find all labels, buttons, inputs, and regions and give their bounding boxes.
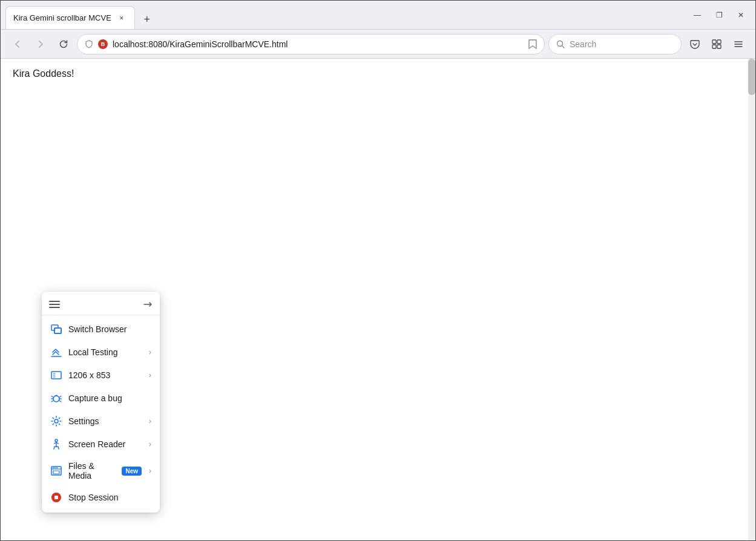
page-content: Kira Goddess! [1,59,755,89]
page-heading: Kira Goddess! [13,68,743,79]
svg-rect-5 [717,45,721,48]
svg-rect-10 [54,328,61,333]
svg-rect-3 [717,40,721,44]
proxy-indicator: B [98,39,108,49]
browser-tab[interactable]: Kira Gemini scrollbar MCVE × [5,6,135,29]
settings-chevron: › [149,417,151,425]
svg-line-19 [51,401,53,402]
title-bar: Kira Gemini scrollbar MCVE × + — ❐ ✕ [1,1,755,30]
menu-item-settings[interactable]: Settings › [42,410,160,433]
resolution-label: 1206 x 853 [68,370,143,380]
screen-reader-icon [50,438,62,450]
screen-reader-chevron: › [149,440,151,448]
svg-point-14 [53,396,59,402]
menu-item-local-testing[interactable]: Local Testing › [42,341,160,364]
menu-header [42,295,160,315]
maximize-button[interactable]: ❐ [709,5,729,25]
switch-browser-label: Switch Browser [68,324,151,334]
url-text: localhost:8080/KiraGeminiScrollbarMCVE.h… [113,39,524,49]
svg-line-15 [51,396,53,398]
search-placeholder: Search [570,39,596,49]
toolbar-icons [685,34,748,54]
svg-rect-13 [51,372,61,379]
reload-button[interactable] [54,34,73,54]
tab-strip: Kira Gemini scrollbar MCVE × + [5,1,688,29]
local-testing-label: Local Testing [68,347,143,357]
reload-icon [59,39,68,49]
switch-browser-icon [50,323,62,335]
collapse-icon [142,299,153,310]
files-media-label: Files & Media [68,461,116,480]
menu-item-capture-bug[interactable]: Capture a bug [42,387,160,410]
svg-rect-29 [54,496,58,499]
files-media-icon [50,465,62,477]
new-tab-button[interactable]: + [137,10,157,29]
capture-bug-label: Capture a bug [68,393,151,403]
svg-line-16 [59,396,61,398]
hamburger-line-1 [49,301,60,302]
bookmark-button[interactable] [528,39,537,49]
minimize-button[interactable]: — [688,5,707,25]
address-bar[interactable]: B localhost:8080/KiraGeminiScrollbarMCVE… [77,34,545,54]
svg-rect-27 [53,471,59,474]
local-testing-icon [50,346,62,358]
security-icon [85,40,93,48]
menu-button[interactable] [729,34,748,54]
hamburger-line-3 [49,307,60,308]
svg-point-22 [55,439,58,442]
menu-item-stop-session[interactable]: Stop Session [42,486,160,509]
window-controls: — ❐ ✕ [688,5,751,25]
resolution-icon [50,369,62,381]
resolution-chevron: › [149,371,151,379]
files-media-badge: New [122,467,142,476]
settings-icon [50,415,62,427]
settings-label: Settings [68,416,143,426]
back-button[interactable] [8,34,27,54]
nav-bar: B localhost:8080/KiraGeminiScrollbarMCVE… [1,30,755,59]
svg-line-20 [59,401,61,402]
svg-line-1 [562,45,565,48]
forward-icon [36,39,45,49]
files-media-chevron: › [149,467,151,475]
hamburger-line-2 [49,304,60,305]
browser-window: Kira Gemini scrollbar MCVE × + — ❐ ✕ B l… [0,0,756,541]
stop-session-icon [50,491,62,503]
menu-item-files-media[interactable]: Files & Media New › [42,456,160,486]
menu-item-screen-reader[interactable]: Screen Reader › [42,433,160,456]
menu-item-resolution[interactable]: 1206 x 853 › [42,364,160,387]
tab-close-button[interactable]: × [116,13,127,24]
search-bar[interactable]: Search [548,34,682,54]
search-icon [556,40,565,48]
pocket-button[interactable] [685,34,705,54]
svg-point-21 [54,419,58,423]
scrollbar[interactable] [748,59,755,540]
containers-button[interactable] [707,34,726,54]
browser-content: Kira Goddess! [1,59,755,540]
capture-bug-icon [50,392,62,404]
scrollbar-thumb[interactable] [748,59,755,95]
forward-button[interactable] [31,34,50,54]
menu-hamburger-icon[interactable] [49,301,60,308]
tab-title: Kira Gemini scrollbar MCVE [13,13,111,22]
menu-collapse-button[interactable] [142,299,153,310]
close-button[interactable]: ✕ [731,5,751,25]
local-testing-chevron: › [149,348,151,356]
stop-session-label: Stop Session [68,493,151,502]
back-icon [13,39,22,49]
floating-menu: Switch Browser Local Testing › [42,292,160,513]
svg-rect-2 [712,40,716,44]
svg-rect-4 [712,45,716,48]
screen-reader-label: Screen Reader [68,439,143,449]
menu-item-switch-browser[interactable]: Switch Browser [42,318,160,341]
